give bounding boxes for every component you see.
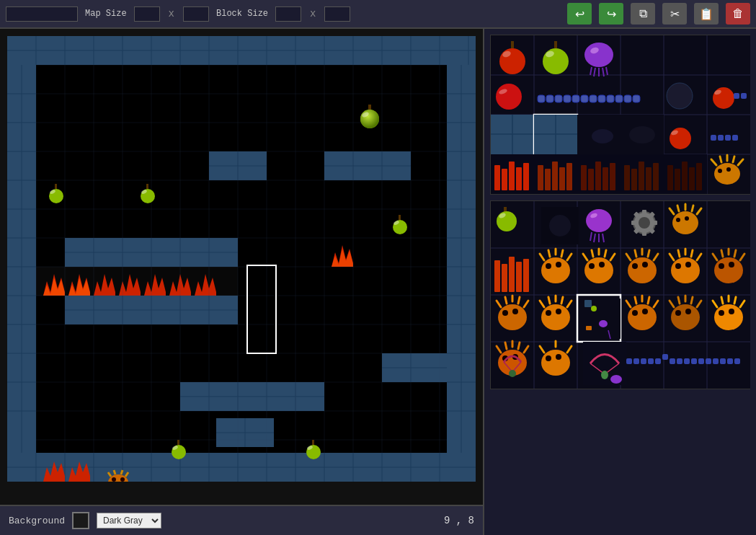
svg-rect-286 <box>652 221 657 225</box>
svg-point-363 <box>591 306 597 311</box>
svg-rect-229 <box>502 169 507 190</box>
svg-rect-417 <box>677 358 682 364</box>
svg-line-371 <box>648 297 649 304</box>
cut-button[interactable]: ✂ <box>662 3 687 25</box>
svg-point-326 <box>632 263 638 269</box>
svg-point-381 <box>675 310 681 316</box>
svg-rect-195 <box>581 95 588 102</box>
svg-rect-225 <box>725 135 731 141</box>
svg-point-390 <box>729 309 734 314</box>
svg-point-428 <box>509 370 516 377</box>
sprite-sheet-1-svg[interactable] <box>491 35 750 194</box>
svg-point-344 <box>498 304 527 330</box>
svg-rect-412 <box>641 358 646 364</box>
background-color-swatch[interactable] <box>72 512 89 529</box>
svg-rect-365 <box>586 326 592 330</box>
svg-point-291 <box>672 211 698 234</box>
svg-rect-223 <box>711 135 716 141</box>
svg-rect-240 <box>595 162 601 190</box>
svg-rect-247 <box>653 163 659 190</box>
svg-rect-197 <box>598 95 605 102</box>
sprite-sheet-1 <box>490 35 750 195</box>
svg-point-389 <box>719 310 724 316</box>
toolbar: map3 Map Size 16 x 16 Block Size 8 x 8 ↩… <box>0 0 756 29</box>
sprite-sheet-2-svg[interactable] <box>491 201 750 389</box>
svg-line-385 <box>721 297 723 304</box>
svg-rect-206 <box>741 93 747 99</box>
svg-point-343 <box>729 262 734 268</box>
svg-point-342 <box>719 263 724 269</box>
svg-line-377 <box>678 297 680 304</box>
svg-point-203 <box>713 87 734 109</box>
block-size-label: Block Size <box>216 9 268 19</box>
copy-button[interactable]: ⧉ <box>631 3 655 25</box>
block-width-input[interactable]: 8 <box>275 6 301 22</box>
svg-line-387 <box>734 297 736 304</box>
svg-point-364 <box>599 320 608 327</box>
svg-point-202 <box>667 83 693 109</box>
background-color-select[interactable]: Black Dark Gray Blue <box>97 513 161 529</box>
svg-point-335 <box>685 262 691 268</box>
svg-rect-415 <box>662 354 668 360</box>
map-size-label: Map Size <box>85 9 127 19</box>
svg-rect-200 <box>624 95 631 102</box>
svg-rect-300 <box>502 264 507 292</box>
svg-rect-420 <box>698 358 704 364</box>
svg-rect-177 <box>511 41 514 48</box>
svg-point-358 <box>546 310 551 316</box>
svg-rect-416 <box>670 358 675 364</box>
svg-rect-178 <box>554 41 557 48</box>
svg-rect-284 <box>642 230 646 236</box>
paste-button[interactable]: 📋 <box>694 3 719 25</box>
svg-rect-226 <box>732 135 738 141</box>
svg-rect-153 <box>177 440 179 445</box>
map-canvas-wrapper[interactable] <box>0 29 483 505</box>
svg-point-271 <box>497 211 517 231</box>
block-height-input[interactable]: 8 <box>324 6 350 22</box>
svg-rect-192 <box>555 95 562 102</box>
svg-line-356 <box>561 297 563 304</box>
svg-line-369 <box>635 297 636 304</box>
block-x-sep2: x <box>308 8 317 19</box>
svg-point-274 <box>549 215 571 236</box>
map-canvas[interactable] <box>7 36 476 482</box>
svg-rect-243 <box>624 165 630 190</box>
svg-point-382 <box>685 309 691 314</box>
svg-rect-423 <box>720 358 726 364</box>
svg-rect-198 <box>607 95 614 102</box>
svg-line-393 <box>505 342 507 349</box>
svg-point-142 <box>360 110 379 128</box>
map-height-input[interactable]: 16 <box>183 6 209 22</box>
svg-point-327 <box>642 262 648 268</box>
svg-point-373 <box>632 310 638 316</box>
svg-rect-411 <box>633 358 639 364</box>
redo-button[interactable]: ↪ <box>599 3 623 25</box>
coordinate-display: 9 , 8 <box>444 515 474 526</box>
map-width-input[interactable]: 16 <box>134 6 160 22</box>
svg-rect-228 <box>494 165 500 190</box>
map-name-input[interactable]: map3 <box>6 6 78 22</box>
svg-line-348 <box>518 297 520 304</box>
svg-rect-230 <box>509 162 515 190</box>
svg-point-260 <box>726 167 731 172</box>
svg-point-375 <box>671 304 700 330</box>
svg-rect-233 <box>538 165 543 190</box>
delete-button[interactable]: 🗑 <box>726 3 750 25</box>
svg-rect-251 <box>689 167 695 190</box>
svg-rect-250 <box>682 162 688 190</box>
undo-button[interactable]: ↩ <box>567 3 592 25</box>
svg-line-293 <box>677 205 679 211</box>
svg-rect-246 <box>646 167 652 190</box>
svg-rect-236 <box>559 167 565 190</box>
svg-rect-237 <box>566 163 572 190</box>
svg-line-255 <box>720 156 721 162</box>
svg-line-330 <box>678 250 680 257</box>
svg-rect-147 <box>146 184 148 189</box>
svg-line-314 <box>592 250 593 257</box>
svg-rect-422 <box>713 358 719 364</box>
svg-point-165 <box>120 477 125 482</box>
svg-rect-199 <box>615 95 623 102</box>
svg-line-324 <box>648 250 649 257</box>
svg-rect-303 <box>523 259 529 292</box>
svg-line-338 <box>721 250 723 257</box>
